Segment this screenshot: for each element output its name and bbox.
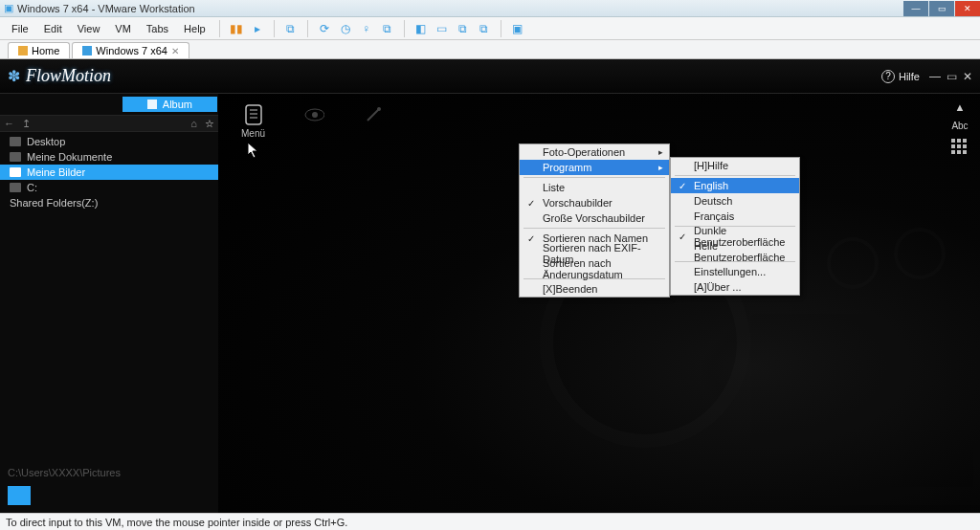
tree-label: Desktop	[27, 136, 65, 147]
menu-view[interactable]: View	[72, 21, 106, 36]
app-minimize-button[interactable]: —	[929, 70, 941, 83]
status-text: To direct input to this VM, move the mou…	[6, 517, 347, 528]
menu-item-deutsch[interactable]: Deutsch	[671, 193, 799, 209]
layout-icon[interactable]: ⧉	[455, 20, 472, 37]
menu-vm[interactable]: VM	[109, 21, 137, 36]
eye-tool[interactable]	[303, 103, 324, 139]
nav-up-icon[interactable]: ↥	[22, 118, 31, 130]
menu-item-light-ui[interactable]: Helle Benutzeroberfläche	[671, 244, 799, 259]
tree-item-shared[interactable]: Shared Folders(Z:)	[0, 195, 218, 210]
play-icon[interactable]: ▸	[249, 20, 266, 37]
menu-item-label: [A]Über ...	[694, 281, 742, 293]
nav-home-icon[interactable]: ⌂	[190, 118, 197, 129]
vmware-tab-bar: Home Windows 7 x64 ✕	[0, 40, 980, 59]
flowmotion-logo-icon: ✽	[8, 67, 20, 85]
vmware-title-bar: ▣ Windows 7 x64 - VMware Workstation — ▭…	[0, 0, 980, 17]
window-maximize-button[interactable]: ▭	[929, 1, 954, 16]
help-icon: ?	[881, 70, 895, 83]
tool-icon[interactable]: ⧉	[379, 20, 396, 37]
flowmotion-header: ✽ FlowMotion ? Hilfe — ▭ ✕	[0, 59, 980, 94]
context-menu-programm: [H]Hilfe English Deutsch Français Dunkle…	[670, 157, 800, 296]
toolbar-divider	[404, 20, 405, 37]
window-minimize-button[interactable]: —	[903, 1, 928, 16]
current-path: C:\Users\XXXX\Pictures	[0, 463, 218, 482]
favorite-icon[interactable]: ☆	[205, 118, 214, 130]
menu-item-english[interactable]: English	[671, 178, 799, 193]
menu-item-label: Vorschaubilder	[543, 197, 612, 209]
up-arrow-icon[interactable]: ▲	[955, 101, 966, 113]
folder-icon	[10, 167, 21, 177]
menu-item-foto-operationen[interactable]: Foto-Operationen	[520, 144, 669, 160]
svg-point-7	[377, 107, 381, 111]
menu-separator	[675, 175, 795, 176]
menu-item-label: Helle Benutzeroberfläche	[694, 240, 785, 263]
menu-file[interactable]: File	[6, 21, 34, 36]
home-icon	[18, 46, 28, 55]
tree-label: Shared Folders(Z:)	[10, 197, 98, 209]
tab-windows7[interactable]: Windows 7 x64 ✕	[72, 42, 189, 58]
eye-icon	[303, 103, 324, 126]
menu-item-programm[interactable]: Programm	[520, 160, 669, 175]
menu-item-beenden[interactable]: [X]Beenden	[520, 281, 669, 297]
tab-home[interactable]: Home	[8, 42, 70, 58]
window-close-button[interactable]: ✕	[955, 1, 980, 16]
layout-icon[interactable]: ◧	[412, 20, 430, 37]
menu-item-label: [X]Beenden	[543, 283, 598, 295]
tab-close-icon[interactable]: ✕	[171, 46, 179, 56]
nav-back-icon[interactable]: ←	[4, 118, 14, 129]
monitor-icon	[82, 46, 92, 55]
menu-item-label: Français	[694, 210, 734, 222]
tool-icon[interactable]: ◷	[337, 20, 354, 37]
menu-item-label: [H]Hilfe	[694, 160, 728, 171]
svg-rect-0	[246, 105, 261, 124]
menu-item-hilfe[interactable]: [H]Hilfe	[671, 158, 799, 173]
menu-item-grosse-vorschau[interactable]: Große Vorschaubilder	[520, 210, 669, 226]
menu-edit[interactable]: Edit	[38, 21, 68, 36]
app-close-button[interactable]: ✕	[963, 70, 972, 83]
svg-point-5	[312, 112, 318, 118]
menu-item-label: Foto-Operationen	[543, 146, 625, 158]
layout-icon[interactable]: ⧉	[476, 20, 493, 37]
tree-item-c-drive[interactable]: C:	[0, 180, 218, 195]
menu-item-vorschaubilder[interactable]: Vorschaubilder	[520, 195, 669, 210]
tree-item-pictures[interactable]: Meine Bilder	[0, 165, 218, 180]
album-button[interactable]: Album	[122, 97, 217, 112]
tree-item-desktop[interactable]: Desktop	[0, 134, 218, 149]
menu-item-label: Programm	[543, 162, 591, 173]
toolbar-divider	[501, 20, 501, 37]
fullscreen-icon[interactable]: ▣	[509, 20, 526, 37]
app-maximize-button[interactable]: ▭	[947, 70, 957, 83]
menu-item-liste[interactable]: Liste	[520, 180, 669, 195]
flowmotion-window: ✽ FlowMotion ? Hilfe — ▭ ✕ Album ← ↥	[0, 59, 980, 513]
context-menu-main: Foto-Operationen Programm Liste Vorschau…	[519, 144, 670, 298]
help-button[interactable]: ? Hilfe	[881, 70, 920, 83]
folder-icon	[10, 152, 21, 162]
tool-icon[interactable]: ⟳	[316, 20, 333, 37]
snapshot-icon[interactable]: ⧉	[282, 20, 300, 37]
menu-item-francais[interactable]: Français	[671, 209, 799, 224]
grid-view-icon[interactable]	[951, 139, 969, 156]
folder-icon	[10, 137, 21, 146]
menu-item-label: Liste	[543, 182, 565, 193]
svg-line-6	[368, 109, 379, 121]
menu-item-einstellungen[interactable]: Einstellungen...	[671, 264, 799, 279]
tab-label: Home	[32, 45, 59, 56]
tool-icon[interactable]: ♀	[358, 20, 375, 37]
tree-item-documents[interactable]: Meine Dokumente	[0, 149, 218, 165]
abc-button[interactable]: Abc	[951, 121, 968, 131]
pause-icon[interactable]: ▮▮	[228, 20, 245, 37]
album-icon	[147, 99, 157, 109]
menu-help[interactable]: Help	[178, 21, 212, 36]
wand-tool[interactable]	[363, 103, 384, 139]
right-toolbar: ▲ Abc	[951, 101, 969, 156]
menu-item-label: Große Vorschaubilder	[543, 212, 645, 224]
menu-tool[interactable]: Menü	[241, 103, 265, 139]
menu-tabs[interactable]: Tabs	[141, 21, 174, 36]
menu-item-ueber[interactable]: [A]Über ...	[671, 279, 799, 295]
layout-icon[interactable]: ▭	[434, 20, 451, 37]
help-label: Hilfe	[899, 71, 920, 82]
menu-item-label: Einstellungen...	[694, 266, 766, 277]
menu-item-sort-modified[interactable]: Sortieren nach Änderungsdatum	[520, 261, 669, 276]
sidebar-nav: ← ↥ ⌂ ☆	[0, 115, 218, 132]
open-folder-button[interactable]	[8, 486, 31, 505]
